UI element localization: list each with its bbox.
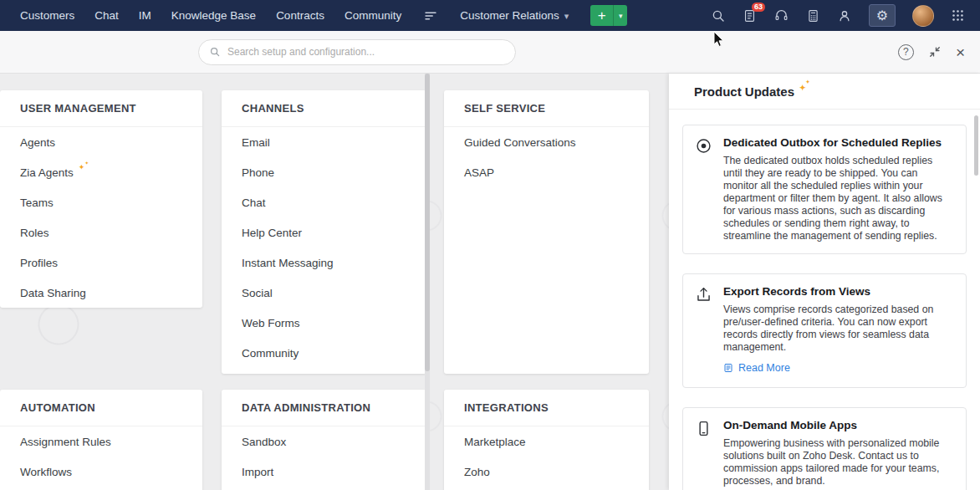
chevron-down-icon [564, 9, 569, 22]
export-icon [695, 285, 713, 376]
section-title-channels: CHANNELS [222, 90, 426, 127]
update-card-export-records: Export Records from Views Views comprise… [682, 273, 967, 388]
update-title: Dedicated Outbox for Scheduled Replies [723, 136, 954, 149]
setup-item-teams[interactable]: Teams [0, 187, 202, 217]
department-toggle-icon[interactable] [423, 8, 438, 23]
setup-item-social[interactable]: Social [222, 278, 426, 308]
mobile-icon [695, 419, 713, 490]
setup-item-import[interactable]: Import [222, 457, 426, 487]
update-card-mobile-apps: On-Demand Mobile Apps Empowering busines… [682, 407, 967, 490]
topnav-icon-group: 63 [711, 4, 965, 27]
update-card-content: On-Demand Mobile Apps Empowering busines… [723, 419, 954, 490]
setup-item-guided-conversations[interactable]: Guided Conversations [444, 127, 649, 157]
notifications-icon[interactable]: 63 [743, 8, 757, 23]
collapse-icon[interactable] [927, 44, 942, 59]
setup-item-zoho[interactable]: Zoho [444, 457, 649, 487]
update-card-dedicated-outbox: Dedicated Outbox for Scheduled Replies T… [682, 125, 967, 254]
update-card-content: Dedicated Outbox for Scheduled Replies T… [723, 136, 954, 242]
setup-item-sandbox[interactable]: Sandbox [222, 426, 426, 457]
product-updates-list: Dedicated Outbox for Scheduled Replies T… [669, 110, 980, 490]
update-card-content: Export Records from Views Views comprise… [723, 285, 954, 376]
setup-scrollbar-thumb[interactable] [425, 74, 430, 371]
setup-card-user-management: USER MANAGEMENT Agents Zia Agents Teams … [0, 90, 202, 308]
top-navigation-bar: Customers Chat IM Knowledge Base Contrac… [0, 0, 980, 31]
nav-knowledge-base[interactable]: Knowledge Base [171, 9, 256, 22]
setup-item-assignment-rules[interactable]: Assignment Rules [0, 426, 202, 457]
update-body: Empowering business with personalized mo… [723, 437, 954, 487]
update-title: Export Records from Views [723, 285, 954, 298]
toolbar-icon-group [898, 44, 965, 60]
setup-main: USER MANAGEMENT Agents Zia Agents Teams … [0, 74, 980, 490]
setup-item-marketplace[interactable]: Marketplace [444, 426, 649, 457]
help-icon[interactable] [898, 44, 914, 60]
setup-scrollbar[interactable] [425, 74, 430, 490]
setup-item-instant-messaging[interactable]: Instant Messaging [222, 248, 426, 278]
section-title-data-administration: DATA ADMINISTRATION [222, 390, 426, 426]
product-updates-title: Product Updates [694, 84, 794, 99]
setup-card-self-service: SELF SERVICE Guided Conversations ASAP [444, 90, 649, 374]
update-title: On-Demand Mobile Apps [723, 419, 954, 431]
gear-icon [876, 8, 888, 23]
setup-toolbar [0, 31, 980, 74]
workspace-label: Customer Relations [460, 9, 559, 22]
nav-customers[interactable]: Customers [20, 9, 74, 22]
article-icon [723, 363, 733, 373]
update-body: Views comprise records categorized based… [723, 304, 954, 354]
setup-search-box[interactable] [198, 39, 516, 65]
create-new-button[interactable] [590, 5, 627, 26]
sparkle-icon [79, 161, 89, 172]
support-headset-icon[interactable] [773, 8, 789, 23]
setup-card-automation: AUTOMATION Assignment Rules Workflows [0, 390, 202, 490]
close-icon[interactable] [956, 44, 965, 60]
panel-scrollbar-thumb[interactable] [974, 115, 978, 176]
setup-item-phone[interactable]: Phone [222, 157, 426, 187]
setup-menu-area: USER MANAGEMENT Agents Zia Agents Teams … [0, 74, 669, 490]
setup-item-roles[interactable]: Roles [0, 217, 202, 248]
plus-caret-icon[interactable] [614, 5, 627, 26]
sparkle-icon [799, 79, 810, 92]
nav-chat[interactable]: Chat [94, 9, 119, 22]
calculator-icon[interactable] [806, 8, 820, 23]
setup-item-profiles[interactable]: Profiles [0, 248, 202, 278]
setup-item-asap[interactable]: ASAP [444, 157, 649, 187]
setup-item-web-forms[interactable]: Web Forms [222, 308, 426, 338]
user-avatar[interactable] [912, 5, 934, 27]
setup-item-help-center[interactable]: Help Center [222, 217, 426, 248]
module-nav: Customers Chat IM Knowledge Base Contrac… [20, 9, 401, 22]
plus-icon[interactable] [590, 5, 614, 26]
setup-card-integrations: INTEGRATIONS Marketplace Zoho [444, 390, 649, 490]
section-title-integrations: INTEGRATIONS [444, 390, 649, 426]
nav-community[interactable]: Community [345, 9, 401, 22]
setup-item-agents[interactable]: Agents [0, 127, 202, 157]
setup-card-data-administration: DATA ADMINISTRATION Sandbox Import [222, 390, 426, 490]
setup-item-zia-agents[interactable]: Zia Agents [0, 157, 202, 187]
section-title-user-management: USER MANAGEMENT [0, 90, 202, 127]
read-more-link[interactable]: Read More [723, 362, 790, 374]
nav-contracts[interactable]: Contracts [276, 9, 324, 22]
update-body: The dedicated outbox holds scheduled rep… [723, 155, 954, 242]
section-title-self-service: SELF SERVICE [444, 90, 649, 127]
setup-item-community[interactable]: Community [222, 338, 426, 368]
setup-item-data-sharing[interactable]: Data Sharing [0, 278, 202, 308]
setup-item-workflows[interactable]: Workflows [0, 457, 202, 487]
setup-card-channels: CHANNELS Email Phone Chat Help Center In… [222, 90, 426, 374]
setup-item-email[interactable]: Email [222, 127, 426, 157]
nav-im[interactable]: IM [139, 9, 151, 22]
search-icon[interactable] [711, 8, 726, 23]
section-title-automation: AUTOMATION [0, 390, 202, 426]
setup-item-chat[interactable]: Chat [222, 187, 426, 217]
product-updates-header: Product Updates [669, 74, 980, 110]
search-icon [209, 46, 221, 58]
setup-search-input[interactable] [227, 46, 505, 58]
notification-badge: 63 [752, 3, 765, 12]
add-user-icon[interactable] [837, 8, 852, 23]
apps-grid-icon[interactable] [951, 8, 965, 23]
product-updates-panel: Product Updates Dedicated Outbox for Sch… [669, 74, 980, 490]
settings-button[interactable] [869, 4, 896, 27]
workspace-selector[interactable]: Customer Relations [460, 9, 569, 22]
outbox-icon [695, 136, 713, 242]
